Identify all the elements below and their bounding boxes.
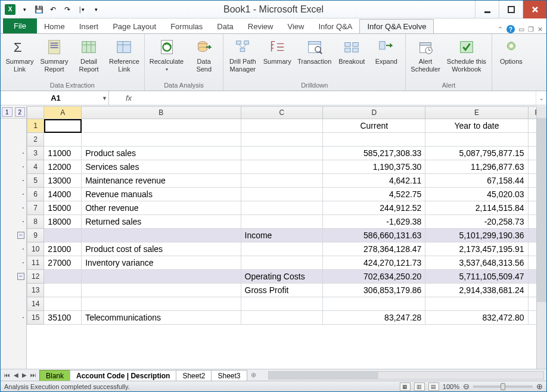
cell[interactable]: 832,472.80 <box>425 311 528 325</box>
cell[interactable]: 27000 <box>44 256 82 270</box>
cell[interactable]: 21000 <box>44 242 82 256</box>
cell[interactable] <box>241 311 323 325</box>
row-header[interactable]: 3 <box>27 147 44 160</box>
name-box[interactable]: ▼ <box>1 91 109 105</box>
cell[interactable]: 4,642.11 <box>323 174 425 188</box>
cell[interactable]: Product cost of sales <box>82 242 241 256</box>
detail-report-button[interactable]: Detail Report <box>73 36 104 73</box>
sheet-tab-sheet2[interactable]: Sheet2 <box>176 370 212 381</box>
cell[interactable]: 2,114,515.84 <box>425 201 528 215</box>
cell[interactable] <box>82 284 241 297</box>
cell[interactable]: 83,247.28 <box>323 311 425 325</box>
col-header-c[interactable]: C <box>241 107 323 119</box>
cell[interactable]: 278,364,128.47 <box>323 242 425 256</box>
cell[interactable]: 4,522.75 <box>323 188 425 201</box>
tab-infor-qa-evolve[interactable]: Infor Q&A Evolve <box>359 19 434 33</box>
cell[interactable] <box>241 133 323 147</box>
sheet-tab-blank[interactable]: Blank <box>39 370 70 381</box>
tab-view[interactable]: View <box>280 20 311 33</box>
sheet-nav-first-icon[interactable]: ⏮ <box>3 372 11 378</box>
row-header[interactable]: 9 <box>27 229 44 242</box>
row-header[interactable]: 12 <box>27 270 44 284</box>
cell[interactable] <box>82 270 241 284</box>
cell[interactable]: 2,173,457,195.91 <box>425 242 528 256</box>
formula-bar-expand-icon[interactable]: ⌄ <box>536 91 546 105</box>
cell[interactable] <box>241 297 323 311</box>
col-header-e[interactable]: E <box>425 107 528 119</box>
excel-icon[interactable]: X <box>4 4 16 15</box>
qat-customize-icon[interactable]: │▾ <box>76 4 88 15</box>
column-headers[interactable]: A B C D E F <box>27 107 546 119</box>
breakout-button[interactable]: Breakout <box>336 36 367 66</box>
qat-more-icon[interactable]: ▾ <box>90 4 102 15</box>
outline-collapse-button[interactable]: − <box>17 232 24 239</box>
row-header[interactable]: 6 <box>27 188 44 201</box>
summary-link-button[interactable]: Σ Summary Link <box>4 36 35 73</box>
sheet-nav-prev-icon[interactable]: ◀ <box>13 372 20 378</box>
cell[interactable]: 5,711,105,509.47 <box>425 270 528 284</box>
workbook-minimize-icon[interactable]: ▭ <box>518 26 524 33</box>
cell[interactable]: 5,087,795,877.15 <box>425 147 528 160</box>
spreadsheet-table[interactable]: A B C D E F 1CurrentYear to date2311000P… <box>27 106 546 325</box>
cell[interactable] <box>82 297 241 311</box>
cell[interactable]: Returned sales <box>82 215 241 229</box>
cell[interactable] <box>44 133 82 147</box>
cell[interactable] <box>44 297 82 311</box>
cell[interactable]: 12000 <box>44 160 82 174</box>
help-icon[interactable]: ? <box>506 25 515 33</box>
zoom-in-icon[interactable]: ⊕ <box>536 382 543 391</box>
tab-infor-qa[interactable]: Infor Q&A <box>311 20 359 33</box>
cell[interactable] <box>241 174 323 188</box>
name-box-input[interactable] <box>5 94 106 102</box>
formula-input[interactable] <box>141 94 536 102</box>
cell[interactable]: Year to date <box>425 119 528 133</box>
undo-icon[interactable]: ↶ <box>47 4 59 15</box>
row-header[interactable]: 11 <box>27 256 44 270</box>
cell[interactable] <box>323 297 425 311</box>
col-header-d[interactable]: D <box>323 107 425 119</box>
row-header[interactable]: 4 <box>27 160 44 174</box>
col-header-a[interactable]: A <box>44 107 82 119</box>
row-header[interactable]: 7 <box>27 201 44 215</box>
cell[interactable]: 11,296,877.63 <box>425 160 528 174</box>
cell[interactable]: 1,190,375.30 <box>323 160 425 174</box>
cell[interactable] <box>241 201 323 215</box>
cell[interactable] <box>241 147 323 160</box>
drill-path-manager-button[interactable]: Drill Path Manager <box>227 36 258 73</box>
tab-formulas[interactable]: Formulas <box>163 20 210 33</box>
tab-file[interactable]: File <box>3 18 37 33</box>
cell[interactable]: 45,020.03 <box>425 188 528 201</box>
expand-button[interactable]: Expand <box>371 36 402 66</box>
view-page-break-icon[interactable]: ▤ <box>428 382 439 391</box>
cell[interactable] <box>82 133 241 147</box>
new-sheet-icon[interactable]: ⊕ <box>247 371 256 379</box>
cell[interactable] <box>425 297 528 311</box>
save-icon[interactable]: 💾 <box>33 4 45 15</box>
cell[interactable] <box>323 133 425 147</box>
close-button[interactable] <box>523 1 546 18</box>
qat-dropdown-icon[interactable]: ▾ <box>18 4 30 15</box>
row-header[interactable]: 1 <box>27 119 44 133</box>
cell[interactable]: Current <box>323 119 425 133</box>
row-header[interactable]: 2 <box>27 133 44 147</box>
view-normal-icon[interactable]: ▦ <box>400 382 411 391</box>
workbook-close-icon[interactable]: ✕ <box>537 26 543 33</box>
sheet-nav-next-icon[interactable]: ▶ <box>21 372 28 378</box>
row-header[interactable]: 5 <box>27 174 44 188</box>
summary-report-button[interactable]: Summary Report <box>39 36 70 73</box>
cell[interactable]: 15000 <box>44 201 82 215</box>
redo-icon[interactable]: ↷ <box>61 4 73 15</box>
cell[interactable]: 5,101,299,190.36 <box>425 229 528 242</box>
cell[interactable] <box>241 256 323 270</box>
cell[interactable] <box>44 119 82 133</box>
col-header-b[interactable]: B <box>82 107 241 119</box>
cell[interactable]: Inventory variance <box>82 256 241 270</box>
tab-insert[interactable]: Insert <box>72 20 106 33</box>
row-header[interactable]: 15 <box>27 311 44 325</box>
tab-data[interactable]: Data <box>210 20 240 33</box>
cell[interactable]: 585,217,308.33 <box>323 147 425 160</box>
outline-collapse-button[interactable]: − <box>17 273 24 280</box>
cell[interactable] <box>44 270 82 284</box>
row-header[interactable]: 13 <box>27 284 44 297</box>
drilldown-summary-button[interactable]: Summary <box>262 36 293 66</box>
